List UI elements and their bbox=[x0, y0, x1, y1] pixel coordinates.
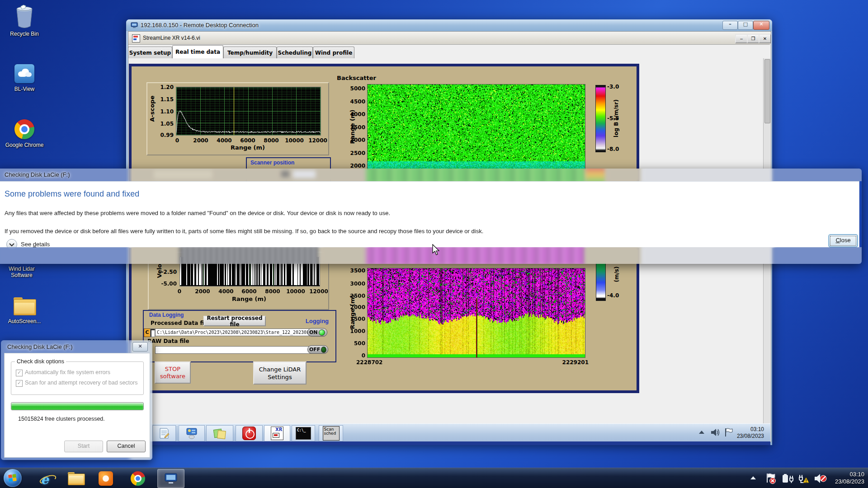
remote-taskbar-system-button[interactable] bbox=[179, 425, 205, 441]
raw-logging-toggle-off[interactable]: OFF bbox=[307, 345, 328, 354]
fix-errors-checkbox[interactable]: ✓ bbox=[16, 370, 23, 376]
plot-cursor-line[interactable] bbox=[234, 87, 234, 135]
drive-letter-button[interactable]: C bbox=[144, 328, 151, 337]
button-label: Settings bbox=[268, 373, 292, 381]
scan-sched-icon: Scansched bbox=[323, 426, 340, 441]
backscatter-heatmap[interactable] bbox=[367, 84, 585, 169]
labview-vi-icon bbox=[132, 34, 140, 42]
start-button-orb[interactable] bbox=[4, 469, 22, 487]
tab-temp-humidity[interactable]: Temp/humidity bbox=[223, 47, 277, 58]
remote-tray-show-hidden[interactable] bbox=[699, 431, 704, 434]
notepad-icon bbox=[159, 427, 170, 439]
axis-tick: 3000 bbox=[345, 281, 365, 287]
desktop-icon-wind-lidar[interactable]: Wind Lidar Software bbox=[0, 266, 43, 286]
ascope-y-axis-label: A-scope bbox=[149, 89, 156, 129]
rdp-titlebar[interactable]: 192.168.0.150 - Remote Desktop Connectio… bbox=[126, 19, 772, 31]
chrome-icon bbox=[131, 471, 145, 486]
desktop-icon-label: Wind Lidar Software bbox=[0, 266, 43, 278]
button-label: Start bbox=[78, 443, 90, 449]
desktop-icon-autoscreen[interactable]: AutoScreen... bbox=[3, 295, 46, 335]
remote-tray-clock[interactable]: 03:10 23/08/2023 bbox=[736, 426, 764, 440]
tray-power-warning-icon[interactable] bbox=[797, 473, 810, 484]
app-titlebar[interactable]: StreamLine XR v14-6.vi – ❐ ✕ bbox=[128, 32, 770, 45]
tab-real-time-data[interactable]: Real time data bbox=[172, 45, 223, 58]
axis-tick: 2000 bbox=[189, 137, 212, 144]
axis-tick: 5000 bbox=[345, 85, 365, 92]
remote-desktop-icon bbox=[164, 472, 178, 485]
app-restore-button[interactable]: ❐ bbox=[747, 34, 758, 42]
desktop-icon-bl-view[interactable]: BL-View bbox=[3, 63, 46, 104]
browse-icon[interactable] bbox=[150, 328, 155, 337]
tab-label: Wind profile bbox=[315, 50, 353, 56]
taskbar-ie-button[interactable]: e bbox=[37, 470, 57, 487]
remote-taskbar: XR C:\_ Scansched 03:10 23/08/2023 bbox=[128, 423, 770, 442]
axis-tick: 3500 bbox=[345, 124, 365, 131]
tray-action-center-icon[interactable] bbox=[765, 473, 777, 484]
chkdsk-dialog-title: Checking Disk LaCie (F:) bbox=[7, 343, 152, 350]
remote-taskbar-notepad-button[interactable] bbox=[152, 425, 176, 441]
restart-processed-file-button[interactable]: Restart processed file bbox=[203, 316, 266, 326]
axis-tick: 12000 bbox=[307, 137, 329, 144]
tab-wind-profile[interactable]: Wind profile bbox=[313, 47, 354, 58]
taskbar-explorer-button[interactable] bbox=[66, 471, 86, 487]
axis-tick: 0 bbox=[168, 288, 191, 295]
scan-sectors-checkbox[interactable]: ✓ bbox=[16, 380, 23, 387]
taskbar-media-player-button[interactable] bbox=[96, 471, 116, 487]
computer-config-icon bbox=[185, 427, 198, 440]
taskbar-rdp-button-active[interactable] bbox=[157, 469, 184, 488]
desktop-icon-google-chrome[interactable]: Google Chrome bbox=[3, 118, 46, 165]
velocity-heatmap[interactable] bbox=[367, 268, 585, 358]
tray-clock[interactable]: 03:10 23/08/2023 bbox=[831, 471, 864, 485]
processed-logging-toggle-on[interactable]: ON bbox=[307, 328, 327, 337]
processed-data-file-field[interactable]: C:\Lidar\Data\Proc\2023\202308\20230823\… bbox=[155, 328, 317, 336]
axis-tick: 500 bbox=[345, 340, 365, 347]
dialog-glass-frame[interactable]: Checking Disk LaCie (F:) bbox=[0, 169, 862, 181]
button-label: Change LiDAR bbox=[259, 366, 301, 373]
app-minimize-button[interactable]: – bbox=[735, 34, 746, 42]
dialog-body-text-1: Any files that were affected by these pr… bbox=[5, 210, 390, 216]
remote-taskbar-cmd-button[interactable]: C:\_ bbox=[292, 425, 315, 441]
axis-tick: 4000 bbox=[345, 111, 365, 117]
sticky-notes-icon bbox=[214, 427, 226, 439]
scrollbar-thumb[interactable] bbox=[764, 59, 770, 123]
see-details-button[interactable]: See details bbox=[6, 233, 70, 245]
tab-scheduling[interactable]: Scheduling bbox=[277, 47, 313, 58]
remote-taskbar-notes-button[interactable] bbox=[206, 425, 233, 441]
start-button[interactable]: Start bbox=[64, 441, 103, 452]
remote-taskbar-stop-button[interactable] bbox=[236, 425, 263, 441]
app-close-button[interactable]: ✕ bbox=[759, 34, 769, 42]
taskbar-separator bbox=[177, 426, 177, 440]
remote-tray-flag-icon[interactable] bbox=[724, 427, 733, 437]
remote-taskbar-scan-sched-button[interactable]: Scansched bbox=[319, 425, 343, 441]
colorbar-tick: -8.0 bbox=[607, 146, 619, 152]
dialog-title: Checking Disk LaCie (F:) bbox=[5, 171, 862, 178]
chkdsk-dialog: Checking Disk LaCie (F:) ✕ Check disk op… bbox=[1, 340, 152, 460]
axis-tick: 1.20 bbox=[156, 84, 174, 90]
raw-data-file-label: RAW Data file bbox=[147, 338, 189, 344]
remote-taskbar-streamline-button[interactable]: XR bbox=[264, 425, 290, 441]
colorbar-tick: -3.0 bbox=[607, 84, 619, 90]
taskbar-chrome-button[interactable] bbox=[128, 471, 148, 487]
remote-desktop-icon bbox=[131, 22, 138, 29]
tab-label: System setup bbox=[129, 50, 171, 56]
remote-tray-volume-icon[interactable] bbox=[710, 428, 720, 437]
cancel-button[interactable]: Cancel bbox=[107, 441, 146, 452]
close-button[interactable]: Close bbox=[829, 235, 858, 247]
clock-date: 23/08/2023 bbox=[736, 433, 764, 440]
tab-system-setup[interactable]: System setup bbox=[128, 47, 172, 58]
processed-data-file-label: Processed Data file bbox=[151, 320, 210, 326]
tray-battery-icon[interactable] bbox=[781, 473, 794, 484]
change-lidar-settings-button[interactable]: Change LiDARSettings bbox=[253, 361, 307, 385]
tray-show-hidden-icons[interactable] bbox=[750, 476, 756, 479]
tray-volume-muted-icon[interactable] bbox=[814, 473, 827, 484]
axis-tick: 2500 bbox=[345, 150, 365, 156]
green-led bbox=[319, 329, 325, 336]
chkdsk-status-text: 15015824 free clusters processed. bbox=[18, 416, 105, 422]
toggle-label: ON bbox=[309, 329, 318, 335]
stop-software-button[interactable]: STOPsoftware bbox=[155, 361, 191, 384]
see-details-label: See details bbox=[21, 241, 50, 248]
clock-time: 03:10 bbox=[831, 471, 864, 478]
desktop-icon-recycle-bin[interactable]: Recycle Bin bbox=[3, 5, 46, 44]
raw-data-file-field[interactable] bbox=[155, 346, 317, 354]
ascope-plot[interactable] bbox=[176, 87, 321, 136]
